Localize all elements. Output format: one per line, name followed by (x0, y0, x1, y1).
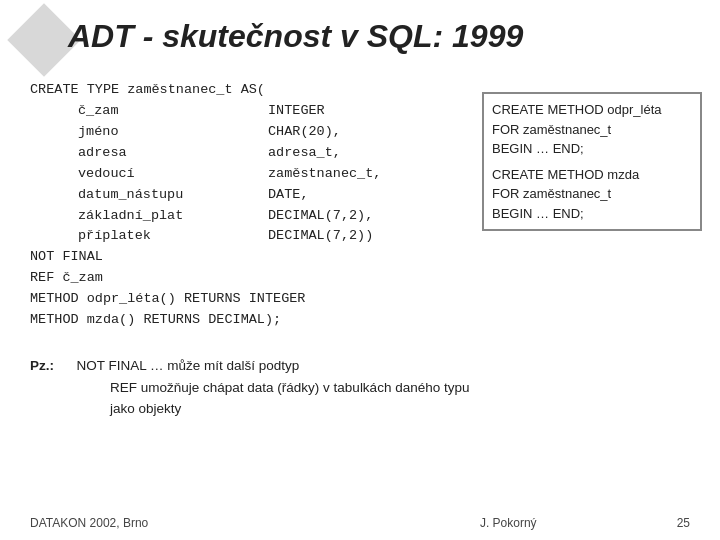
footer-left: DATAKON 2002, Brno (30, 516, 148, 530)
note-section: Pz.: NOT FINAL … může mít další podtyp R… (30, 355, 700, 420)
field-name-priplatek: příplatek (78, 226, 268, 247)
note-text3: jako objekty (110, 401, 181, 416)
callout-b1-l1: CREATE METHOD odpr_léta (492, 102, 662, 117)
callout-b1-l3: BEGIN … END; (492, 141, 584, 156)
callout-box: CREATE METHOD odpr_léta FOR zaměstnanec_… (482, 92, 702, 231)
method1-text: METHOD odpr_léta() RETURNS INTEGER (30, 289, 305, 310)
title-area: ADT - skutečnost v SQL: 1999 (68, 18, 700, 55)
field-name-vedouci: vedoucí (78, 164, 268, 185)
field-name-zakladni: základní_plat (78, 206, 268, 227)
field-name-datum: datum_nástupu (78, 185, 268, 206)
callout-b1-l2: FOR zaměstnanec_t (492, 122, 611, 137)
not-final-text: NOT FINAL (30, 247, 103, 268)
note-line3: jako objekty (30, 398, 700, 420)
note-text1: NOT FINAL … může mít další podtyp (77, 358, 300, 373)
create-type-text: CREATE TYPE zaměstnanec_t AS( (30, 80, 265, 101)
code-line-method2: METHOD mzda() RETURNS DECIMAL); (30, 310, 700, 331)
callout-block2: CREATE METHOD mzda FOR zaměstnanec_t BEG… (492, 165, 692, 224)
footer-page: 25 (677, 516, 690, 530)
callout-b2-l2: FOR zaměstnanec_t (492, 186, 611, 201)
note-label: Pz.: (30, 358, 54, 373)
footer: DATAKON 2002, Brno J. Pokorný 25 (30, 516, 690, 530)
note-line2: REF umožňuje chápat data (řádky) v tabul… (30, 377, 700, 399)
note-line1: Pz.: NOT FINAL … může mít další podtyp (30, 355, 700, 377)
footer-right: J. Pokorný 25 (480, 516, 690, 530)
ref-text: REF č_zam (30, 268, 103, 289)
method2-text: METHOD mzda() RETURNS DECIMAL); (30, 310, 281, 331)
code-line-method1: METHOD odpr_léta() RETURNS INTEGER (30, 289, 700, 310)
field-name-czam: č_zam (78, 101, 268, 122)
page-title: ADT - skutečnost v SQL: 1999 (68, 18, 523, 54)
footer-author: J. Pokorný (480, 516, 537, 530)
code-line-not-final: NOT FINAL (30, 247, 700, 268)
callout-b2-l1: CREATE METHOD mzda (492, 167, 639, 182)
callout-block1: CREATE METHOD odpr_léta FOR zaměstnanec_… (492, 100, 692, 159)
field-name-jmeno: jméno (78, 122, 268, 143)
note-text2: REF umožňuje chápat data (řádky) v tabul… (110, 380, 469, 395)
callout-b2-l3: BEGIN … END; (492, 206, 584, 221)
code-line-ref: REF č_zam (30, 268, 700, 289)
field-name-adresa: adresa (78, 143, 268, 164)
